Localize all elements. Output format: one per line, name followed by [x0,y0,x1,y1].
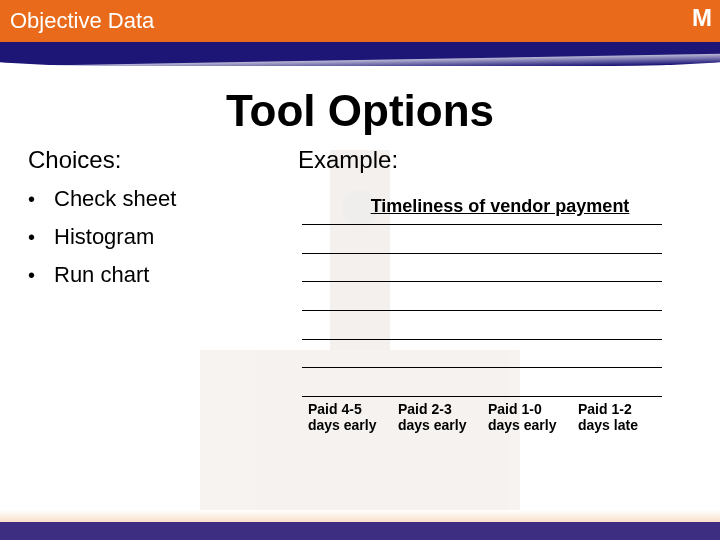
chart-x-label: Paid 2-3 days early [392,401,482,433]
chart-x-label: Paid 4-5 days early [302,401,392,433]
chart: Timeliness of vendor payment Paid 4-5 da… [298,196,692,433]
chart-title: Timeliness of vendor payment [298,196,692,217]
chart-bars [302,225,662,397]
chart-x-label: Paid 1-2 days late [572,401,662,433]
footer-bar [0,522,720,540]
choice-label: Histogram [54,224,154,250]
header-title: Objective Data [10,8,154,34]
header-right-letter: M [692,4,712,32]
example-column: Example: Timeliness of vendor payment Pa… [298,146,692,433]
list-item: • Run chart [28,262,268,288]
choice-label: Run chart [54,262,149,288]
chart-plot-area [302,225,662,397]
list-item: • Histogram [28,224,268,250]
choices-heading: Choices: [28,146,268,174]
choice-label: Check sheet [54,186,176,212]
choices-column: Choices: • Check sheet • Histogram • Run… [28,146,268,433]
chart-x-label: Paid 1-0 days early [482,401,572,433]
header-bar: Objective Data M [0,0,720,42]
main-title: Tool Options [28,86,692,136]
chart-x-axis-labels: Paid 4-5 days earlyPaid 2-3 days earlyPa… [302,401,662,433]
example-heading: Example: [298,146,692,174]
list-item: • Check sheet [28,186,268,212]
bullet-icon: • [28,188,54,211]
header-swoosh [0,42,720,80]
bullet-icon: • [28,226,54,249]
bullet-icon: • [28,264,54,287]
